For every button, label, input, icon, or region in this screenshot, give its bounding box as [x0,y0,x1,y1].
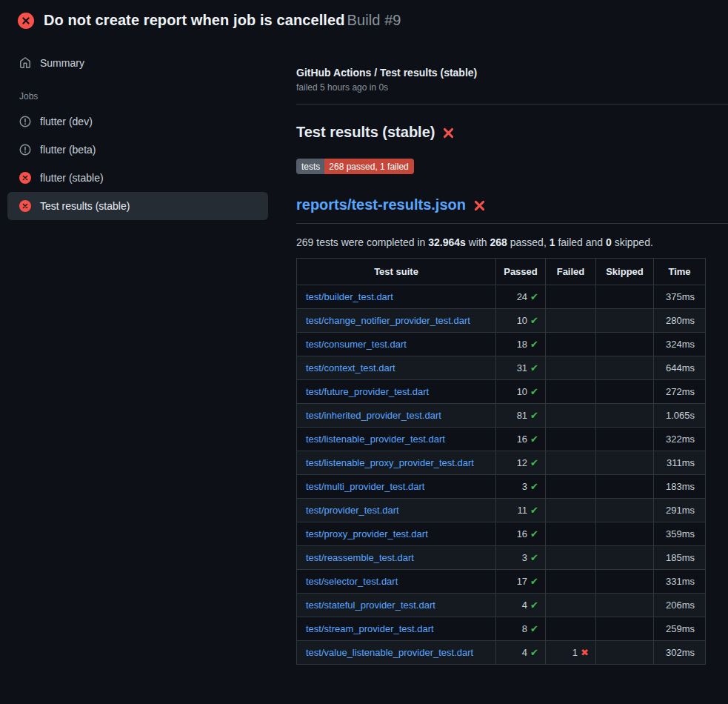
passed-count: 18 [517,339,527,350]
time-cell: 302ms [654,641,706,665]
exclamation-circle-icon [19,144,31,156]
test-suite-link[interactable]: test/context_test.dart [306,362,395,373]
passed-cell: 11✔ [496,499,546,522]
passed-count: 8 [522,623,527,634]
sidebar-job-item[interactable]: flutter (stable) [7,164,268,192]
skipped-total: 0 [606,236,612,248]
time-cell: 272ms [654,380,706,404]
jobs-section-label: Jobs [7,76,268,107]
skipped-cell [596,522,654,546]
failed-cell: ✖ [546,333,596,356]
test-suite-link[interactable]: test/stateful_provider_test.dart [306,600,435,611]
test-suite-link[interactable]: test/builder_test.dart [306,291,393,302]
failed-cell: ✖ [546,475,596,499]
report-link[interactable]: reports/test-results.json [296,196,466,213]
failed-cell: ✖ [546,451,596,475]
breadcrumb: GitHub Actions / Test results (stable) [296,67,705,79]
time-cell: 1.065s [654,404,706,428]
test-suite-link[interactable]: test/proxy_provider_test.dart [306,528,428,539]
failed-x-icon [442,127,455,139]
test-suite-cell: test/builder_test.dart [297,285,496,309]
passed-count: 31 [517,362,527,373]
test-suite-cell: test/provider_test.dart [297,499,496,522]
test-suite-link[interactable]: test/value_listenable_provider_test.dart [306,647,473,658]
test-suite-link[interactable]: test/listenable_proxy_provider_test.dart [306,457,474,468]
passed-count: 10 [517,315,527,326]
jobs-list: flutter (dev) flutter (beta) flutter (st… [7,107,268,220]
skipped-cell [596,641,654,665]
time-cell: 280ms [654,309,706,333]
check-icon: ✔ [530,528,538,539]
table-row: test/provider_test.dart 11✔ ✖ 291ms [297,499,706,522]
sidebar-item-summary[interactable]: Summary [7,50,268,76]
test-suite-cell: test/listenable_proxy_provider_test.dart [297,451,496,475]
run-meta-text: failed 5 hours ago in 0s [296,82,705,93]
test-suite-cell: test/future_provider_test.dart [297,380,496,404]
failed-cell: ✖ [546,522,596,546]
sidebar-job-item[interactable]: Test results (stable) [7,192,268,220]
badge-value: 268 passed, 1 failed [324,159,413,174]
test-suite-cell: test/value_listenable_provider_test.dart [297,641,496,665]
test-suite-cell: test/change_notifier_provider_test.dart [297,309,496,333]
table-row: test/proxy_provider_test.dart 16✔ ✖ 359m… [297,522,706,546]
test-suite-link[interactable]: test/future_provider_test.dart [306,386,429,397]
table-row: test/context_test.dart 31✔ ✖ 644ms [297,356,706,380]
failed-cell: 1✖ [546,641,596,665]
test-suite-link[interactable]: test/consumer_test.dart [306,339,407,350]
summary-label: Summary [40,57,84,69]
test-suite-cell: test/stateful_provider_test.dart [297,594,496,617]
sidebar-job-item[interactable]: flutter (beta) [7,136,268,164]
test-suite-link[interactable]: test/inherited_provider_test.dart [306,410,441,421]
test-suite-link[interactable]: test/reassemble_test.dart [306,552,414,563]
table-row: test/future_provider_test.dart 10✔ ✖ 272… [297,380,706,404]
skipped-cell [596,475,654,499]
sidebar-job-item[interactable]: flutter (dev) [7,107,268,136]
passed-count: 3 [522,481,527,492]
skipped-cell [596,333,654,356]
failed-total: 1 [550,236,555,248]
table-row: test/multi_provider_test.dart 3✔ ✖ 183ms [297,475,706,499]
check-icon: ✔ [530,481,538,492]
test-suite-link[interactable]: test/selector_test.dart [306,576,398,587]
test-suite-link[interactable]: test/change_notifier_provider_test.dart [306,315,470,326]
test-suite-link[interactable]: test/stream_provider_test.dart [306,623,434,634]
check-icon: ✔ [530,600,538,611]
time-cell: 322ms [654,428,706,451]
header-test-suite: Test suite [297,259,496,285]
passed-count: 81 [517,410,527,421]
test-suite-cell: test/inherited_provider_test.dart [297,404,496,428]
passed-cell: 12✔ [496,451,546,475]
check-icon: ✔ [530,291,538,302]
results-table: Test suite Passed Failed Skipped Time te… [296,258,706,665]
skipped-cell [596,404,654,428]
table-row: test/selector_test.dart 17✔ ✖ 331ms [297,570,706,594]
failed-count: 1 [572,647,578,658]
skipped-cell [596,285,654,309]
test-suite-cell: test/context_test.dart [297,356,496,380]
sidebar: Summary Jobs flutter (dev) flutter (beta… [0,38,281,220]
time-cell: 324ms [654,333,706,356]
passed-cell: 16✔ [496,522,546,546]
skipped-cell [596,499,654,522]
check-icon: ✔ [530,339,538,350]
check-icon: ✔ [530,434,538,445]
failed-cell: ✖ [546,617,596,641]
test-suite-cell: test/stream_provider_test.dart [297,617,496,641]
passed-cell: 16✔ [496,428,546,451]
failed-cell: ✖ [546,380,596,404]
failed-cell: ✖ [546,594,596,617]
passed-count: 10 [517,386,527,397]
sidebar-job-label: Test results (stable) [40,200,130,212]
test-suite-link[interactable]: test/provider_test.dart [306,505,399,516]
test-suite-link[interactable]: test/multi_provider_test.dart [306,481,424,492]
app: Do not create report when job is cancell… [0,0,728,665]
test-suite-link[interactable]: test/listenable_provider_test.dart [306,434,445,445]
section-title-text: Test results (stable) [296,124,435,141]
table-row: test/value_listenable_provider_test.dart… [297,641,706,665]
table-row: test/stream_provider_test.dart 8✔ ✖ 259m… [297,617,706,641]
check-icon: ✔ [530,410,538,421]
table-row: test/builder_test.dart 24✔ ✖ 375ms [297,285,706,309]
passed-count: 24 [517,291,527,302]
failed-cell: ✖ [546,428,596,451]
passed-cell: 10✔ [496,309,546,333]
